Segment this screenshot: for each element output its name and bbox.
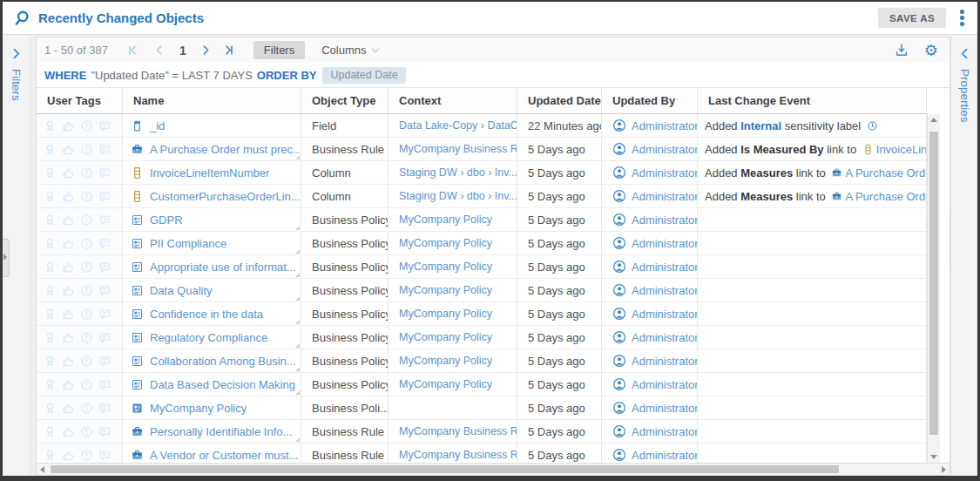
updated-by-link[interactable]: Administrator [632, 402, 697, 415]
warning-icon[interactable] [80, 308, 93, 321]
context-link[interactable]: MyCompany Policy [399, 308, 492, 320]
award-icon[interactable] [44, 378, 57, 391]
updated-by-link[interactable]: Administrator [632, 284, 697, 297]
award-icon[interactable] [44, 284, 57, 297]
warning-icon[interactable] [80, 402, 93, 415]
comment-icon[interactable] [98, 166, 112, 180]
warning-icon[interactable] [80, 449, 93, 462]
col-header-user-tags[interactable]: User Tags [37, 88, 123, 113]
order-by-chip[interactable]: Updated Date [322, 67, 405, 84]
award-icon[interactable] [44, 355, 57, 368]
object-name-link[interactable]: Data Quality [150, 284, 213, 297]
col-header-last-change-event[interactable]: Last Change Event [698, 88, 927, 113]
thumbs-up-icon[interactable] [62, 284, 75, 297]
gear-icon[interactable]: ⚙ [924, 43, 938, 58]
warning-icon[interactable] [80, 119, 93, 132]
thumbs-up-icon[interactable] [62, 331, 75, 344]
thumbs-up-icon[interactable] [62, 119, 75, 132]
warning-icon[interactable] [80, 331, 93, 344]
filters-rail-label[interactable]: Filters [10, 69, 23, 101]
download-icon[interactable] [894, 43, 909, 58]
warning-icon[interactable] [80, 190, 93, 203]
updated-by-link[interactable]: Administrator [632, 331, 697, 344]
updated-by-link[interactable]: Administrator [632, 237, 697, 250]
updated-by-link[interactable]: Administrator [632, 261, 697, 274]
award-icon[interactable] [44, 261, 57, 274]
updated-by-link[interactable]: Administrator [632, 425, 697, 438]
col-header-name[interactable]: Name [123, 88, 301, 113]
award-icon[interactable] [44, 331, 57, 344]
thumbs-up-icon[interactable] [62, 355, 75, 368]
thumbs-up-icon[interactable] [62, 143, 75, 156]
updated-by-link[interactable]: Administrator [632, 378, 697, 391]
thumbs-up-icon[interactable] [62, 213, 75, 227]
warning-icon[interactable] [80, 378, 93, 391]
thumbs-up-icon[interactable] [62, 308, 75, 321]
context-link[interactable]: MyCompany Policy [399, 355, 492, 367]
left-splitter-handle[interactable] [3, 239, 10, 277]
object-name-link[interactable]: Appropriate use of informat... [150, 261, 296, 274]
object-name-link[interactable]: Collaboration Among Busin... [150, 355, 296, 368]
warning-icon[interactable] [80, 425, 93, 438]
object-name-link[interactable]: Regulatory Compliance [150, 331, 267, 344]
warning-icon[interactable] [80, 284, 93, 297]
award-icon[interactable] [44, 190, 57, 203]
comment-icon[interactable] [98, 449, 112, 462]
comment-icon[interactable] [98, 213, 112, 227]
context-link[interactable]: MyCompany Business R... [399, 143, 517, 155]
columns-dropdown[interactable]: Columns [321, 44, 382, 57]
object-name-link[interactable]: InvoiceLineItemNumber [150, 166, 269, 180]
updated-by-link[interactable]: Administrator [632, 213, 697, 227]
object-name-link[interactable]: PII Compliance [150, 237, 226, 250]
col-header-updated-date[interactable]: Updated Date [517, 88, 602, 113]
comment-icon[interactable] [98, 378, 112, 391]
col-header-updated-by[interactable]: Updated By [602, 88, 698, 113]
object-name-link[interactable]: MyCompany Policy [150, 402, 247, 415]
object-name-link[interactable]: Personally Identifiable Info... [150, 425, 292, 438]
updated-by-link[interactable]: Administrator [632, 166, 697, 180]
award-icon[interactable] [44, 402, 57, 415]
comment-icon[interactable] [98, 402, 112, 415]
context-link[interactable]: MyCompany Policy [399, 284, 492, 296]
warning-icon[interactable] [80, 213, 93, 227]
thumbs-up-icon[interactable] [62, 261, 75, 274]
updated-by-link[interactable]: Administrator [632, 308, 697, 321]
comment-icon[interactable] [98, 237, 112, 250]
comment-icon[interactable] [98, 425, 112, 438]
context-link[interactable]: MyCompany Policy [399, 237, 492, 249]
award-icon[interactable] [44, 237, 57, 250]
thumbs-up-icon[interactable] [62, 402, 75, 415]
thumbs-up-icon[interactable] [62, 237, 75, 250]
context-link[interactable]: MyCompany Policy [399, 261, 492, 273]
thumbs-up-icon[interactable] [62, 425, 75, 438]
object-name-link[interactable]: A Purchase Order must prec... [150, 143, 301, 156]
kebab-menu-icon[interactable] [960, 10, 964, 28]
object-name-link[interactable]: Confidence in the data [150, 308, 263, 321]
thumbs-up-icon[interactable] [62, 378, 75, 391]
scroll-up-arrow-icon[interactable] [928, 114, 940, 126]
thumbs-up-icon[interactable] [62, 449, 75, 462]
context-link[interactable]: Staging DW › dbo › Inv... [399, 166, 517, 179]
updated-by-link[interactable]: Administrator [632, 119, 697, 132]
award-icon[interactable] [44, 143, 57, 156]
event-object-link[interactable]: A Purchase Order m [845, 190, 927, 203]
comment-icon[interactable] [98, 143, 112, 156]
thumbs-up-icon[interactable] [62, 166, 75, 180]
thumbs-up-icon[interactable] [62, 190, 75, 203]
object-name-link[interactable]: A Vendor or Customer must... [150, 449, 299, 462]
award-icon[interactable] [44, 119, 57, 132]
context-link[interactable]: MyCompany Policy [399, 331, 492, 343]
save-as-button[interactable]: SAVE AS [878, 8, 946, 28]
event-object-link[interactable]: A Purchase Order m [845, 166, 927, 180]
warning-icon[interactable] [80, 237, 93, 250]
chevron-right-icon[interactable] [9, 46, 24, 61]
context-link[interactable]: MyCompany Business R... [399, 425, 517, 437]
vertical-scrollbar-thumb[interactable] [929, 132, 938, 435]
updated-by-link[interactable]: Administrator [632, 143, 697, 156]
object-name-link[interactable]: CustomerPurchaseOrderLin... [150, 190, 301, 203]
award-icon[interactable] [44, 308, 57, 321]
event-object-link[interactable]: InvoiceLineIt [876, 143, 927, 156]
col-header-context[interactable]: Context [389, 88, 517, 113]
comment-icon[interactable] [98, 284, 112, 297]
scroll-down-arrow-icon[interactable] [928, 451, 940, 463]
